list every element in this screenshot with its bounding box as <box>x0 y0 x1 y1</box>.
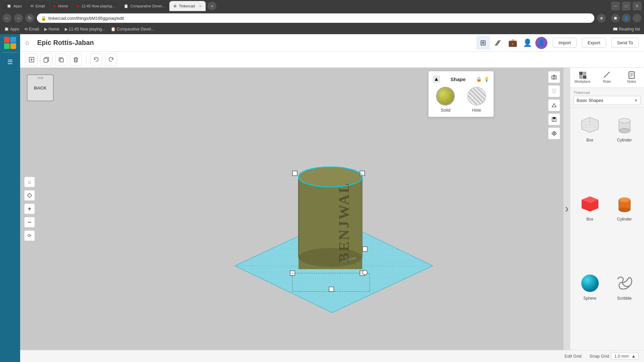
box-wireframe-label: Box <box>586 138 593 142</box>
zoom-out-button[interactable]: − <box>24 217 35 228</box>
delete-button[interactable] <box>70 54 82 66</box>
sidebar-menu-button[interactable]: ☰ <box>4 56 16 68</box>
tab-apps[interactable]: 🔲 Apps <box>3 1 26 11</box>
new-object-button[interactable] <box>25 54 38 66</box>
svg-rect-34 <box>329 287 334 292</box>
cube-face[interactable]: TOP BACK <box>27 74 54 101</box>
workplane-icon <box>579 71 587 79</box>
tab-comp[interactable]: 📋 Comparative Devel... <box>120 1 169 11</box>
box-solid-label: Box <box>586 217 593 222</box>
svg-point-54 <box>619 128 630 133</box>
tinkercad-logo <box>4 37 16 49</box>
fit-view-button[interactable] <box>24 190 35 201</box>
shape-panel: ▲ Shape 🔒 💡 Solid <box>428 71 494 117</box>
send-to-button[interactable]: Send To <box>611 38 639 48</box>
shape-cylinder-solid[interactable]: Cylinder <box>609 191 640 267</box>
notes-tab[interactable]: Notes <box>620 68 644 87</box>
menu-button[interactable]: ⋮ <box>633 14 641 22</box>
profile-button[interactable]: 👤 <box>622 14 631 22</box>
camera-icon <box>551 74 557 80</box>
save-view-button[interactable] <box>548 113 560 125</box>
snap-grid: Snap Grid 1.0 mm ▲ <box>590 353 639 360</box>
new-tab-button[interactable]: + <box>208 2 216 10</box>
panel-collapse-button[interactable]: ▲ <box>433 75 440 83</box>
light-button[interactable] <box>548 85 560 97</box>
tinker-icon <box>494 39 501 47</box>
project-title[interactable]: Epic Rottis-Jaban <box>37 39 94 47</box>
shape-box-wireframe[interactable]: Box <box>574 112 605 188</box>
mirror-button[interactable] <box>548 127 560 139</box>
export-button[interactable]: Export <box>582 38 606 48</box>
cube-back-label: BACK <box>34 85 47 90</box>
source-dropdown[interactable]: Basic Shapes ▼ <box>574 96 641 105</box>
tab-close-icon[interactable]: ✕ <box>199 4 202 8</box>
tab-email[interactable]: ✉ Email <box>26 1 49 11</box>
dropdown-arrow: ▼ <box>634 99 638 102</box>
back-button[interactable]: ← <box>3 14 11 22</box>
bookmark-email[interactable]: ✉ Email <box>24 27 39 32</box>
source-section: Tinkercad Basic Shapes ▼ <box>570 88 644 108</box>
minimize-button[interactable]: ─ <box>611 2 620 10</box>
tab-home[interactable]: ▶ Home <box>50 1 72 11</box>
wireframe-button[interactable] <box>548 99 560 111</box>
address-bar[interactable]: 🔒 tinkercad.com/things/bM195ggxiaq/edit <box>37 13 594 23</box>
svg-rect-43 <box>579 75 583 79</box>
maximize-button[interactable]: □ <box>622 2 631 10</box>
logo-cell-red <box>4 37 10 43</box>
bookmark-button[interactable]: ★ <box>597 14 606 22</box>
svg-point-38 <box>363 270 367 275</box>
reading-list[interactable]: 📖 Reading list <box>613 27 640 32</box>
source-category: Basic Shapes <box>577 98 603 103</box>
svg-rect-36 <box>363 247 367 251</box>
scribble-icon <box>613 272 636 294</box>
undo-button[interactable] <box>90 54 102 66</box>
lock-icon[interactable]: 🔒 <box>476 76 482 82</box>
user-button[interactable]: 👤 <box>521 36 534 50</box>
viewport[interactable]: TOP BACK ⌂ + − ⟳ <box>20 68 564 350</box>
notes-icon <box>628 71 636 79</box>
zoom-in-button[interactable]: + <box>24 203 35 214</box>
box-wireframe-icon <box>578 114 602 136</box>
bookmark-playing[interactable]: ▶ 11:45 Now playing... <box>65 27 105 32</box>
hole-option[interactable]: Hole <box>464 87 490 113</box>
shape-box-solid[interactable]: Box <box>574 191 605 267</box>
home-view-button[interactable]: ⌂ <box>24 177 35 187</box>
grid-view-button[interactable]: ⊞ <box>476 36 490 50</box>
bookmark-home[interactable]: ▶ Home <box>44 27 59 32</box>
close-button[interactable]: ✕ <box>633 2 641 10</box>
panel-collapse-arrow[interactable]: ❯ <box>564 68 570 350</box>
cylinder-wireframe-label: Cylinder <box>617 138 632 142</box>
fit-icon <box>27 193 32 198</box>
duplicate-button[interactable] <box>55 54 67 66</box>
import-button[interactable]: Import <box>553 38 577 48</box>
svg-rect-44 <box>583 75 586 79</box>
briefcase-button[interactable]: 💼 <box>506 36 519 50</box>
redo-button[interactable] <box>105 54 117 66</box>
tab-tinkercad[interactable]: ⚙ Tinkercad ✕ <box>169 1 206 11</box>
shape-sphere[interactable]: Sphere <box>574 270 605 346</box>
edit-grid-button[interactable]: Edit Grid <box>562 352 584 360</box>
solid-option[interactable]: Solid <box>433 87 459 113</box>
forward-button[interactable]: → <box>14 14 23 22</box>
bookmark-apps[interactable]: 🔲 Apps <box>4 27 19 32</box>
camera-button[interactable] <box>548 71 560 83</box>
tinker-button[interactable] <box>491 36 504 50</box>
reload-button[interactable]: ↻ <box>25 14 34 22</box>
cylinder-wireframe-icon <box>613 114 636 136</box>
shape-scribble[interactable]: Scribble <box>609 270 640 346</box>
workplane-tab[interactable]: Workplane <box>570 68 595 87</box>
reset-view-button[interactable]: ⟳ <box>24 230 35 241</box>
ruler-tab[interactable]: Ruler <box>595 68 619 87</box>
copy-button[interactable] <box>40 54 52 66</box>
workplane-tab-label: Workplane <box>575 80 591 83</box>
light-icon <box>551 88 557 94</box>
bookmark-comp[interactable]: 📋 Comparative Devel... <box>111 27 154 32</box>
avatar[interactable]: 👤 <box>535 37 547 49</box>
mirror-icon <box>551 130 557 136</box>
shape-cylinder-wireframe[interactable]: Cylinder <box>609 112 640 188</box>
tab-playing[interactable]: ▶ 11:45 Now playing... <box>73 1 119 11</box>
extensions-button[interactable]: 🔲 <box>611 14 620 22</box>
nav-cube[interactable]: TOP BACK <box>27 74 54 101</box>
bulb-icon[interactable]: 💡 <box>484 76 489 82</box>
left-nav-icons: ⌂ + − ⟳ <box>24 177 35 241</box>
